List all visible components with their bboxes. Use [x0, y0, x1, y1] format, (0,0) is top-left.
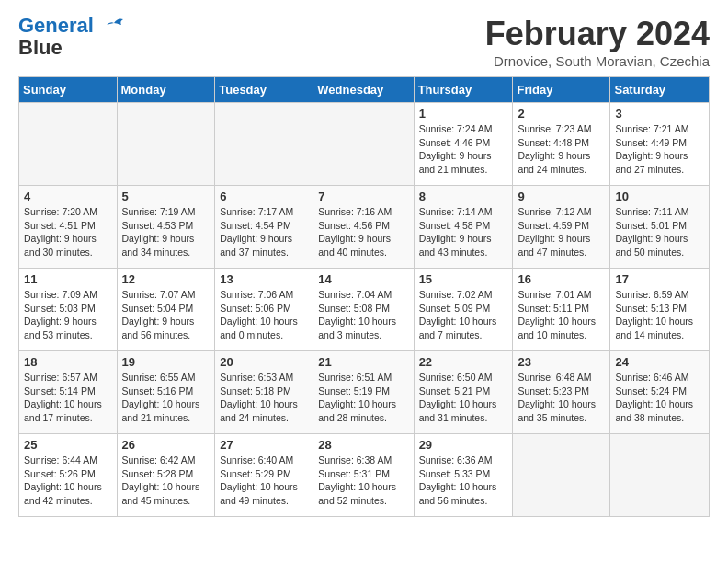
calendar-cell: 28Sunrise: 6:38 AM Sunset: 5:31 PM Dayli…: [313, 434, 414, 517]
calendar-cell: 21Sunrise: 6:51 AM Sunset: 5:19 PM Dayli…: [313, 351, 414, 434]
day-number: 7: [318, 190, 408, 203]
calendar-cell: 24Sunrise: 6:46 AM Sunset: 5:24 PM Dayli…: [610, 351, 710, 434]
logo-blue: Blue: [18, 36, 63, 59]
calendar-cell: 2Sunrise: 7:23 AM Sunset: 4:48 PM Daylig…: [513, 103, 610, 186]
calendar-cell: 10Sunrise: 7:11 AM Sunset: 5:01 PM Dayli…: [610, 186, 710, 269]
calendar-cell: [19, 103, 118, 186]
day-info: Sunrise: 7:07 AM Sunset: 5:04 PM Dayligh…: [122, 288, 210, 342]
day-number: 19: [122, 355, 210, 369]
week-row-5: 25Sunrise: 6:44 AM Sunset: 5:26 PM Dayli…: [19, 434, 710, 517]
day-number: 27: [220, 438, 308, 452]
day-header-monday: Monday: [117, 77, 215, 103]
day-header-tuesday: Tuesday: [215, 77, 313, 103]
day-number: 9: [518, 190, 605, 203]
day-info: Sunrise: 7:01 AM Sunset: 5:11 PM Dayligh…: [518, 288, 605, 342]
day-number: 17: [615, 272, 704, 286]
day-info: Sunrise: 7:14 AM Sunset: 4:58 PM Dayligh…: [419, 205, 508, 259]
location-subtitle: Drnovice, South Moravian, Czechia: [485, 53, 710, 69]
calendar-cell: 29Sunrise: 6:36 AM Sunset: 5:33 PM Dayli…: [414, 434, 513, 517]
calendar-cell: 11Sunrise: 7:09 AM Sunset: 5:03 PM Dayli…: [19, 269, 118, 351]
calendar-table: SundayMondayTuesdayWednesdayThursdayFrid…: [18, 76, 710, 517]
day-info: Sunrise: 7:21 AM Sunset: 4:49 PM Dayligh…: [615, 122, 704, 177]
day-number: 8: [419, 190, 508, 203]
month-title: February 2024: [485, 15, 710, 53]
day-info: Sunrise: 6:46 AM Sunset: 5:24 PM Dayligh…: [615, 371, 704, 425]
day-number: 24: [615, 355, 704, 369]
day-number: 18: [24, 355, 112, 369]
day-header-wednesday: Wednesday: [313, 77, 414, 103]
calendar-cell: 18Sunrise: 6:57 AM Sunset: 5:14 PM Dayli…: [19, 351, 118, 434]
calendar-cell: 12Sunrise: 7:07 AM Sunset: 5:04 PM Dayli…: [117, 269, 215, 351]
day-number: 22: [419, 355, 508, 369]
calendar-cell: [513, 434, 610, 517]
day-number: 11: [24, 272, 112, 286]
day-number: 12: [122, 272, 210, 286]
day-number: 2: [518, 107, 605, 121]
day-number: 4: [24, 190, 112, 203]
day-info: Sunrise: 7:11 AM Sunset: 5:01 PM Dayligh…: [615, 205, 704, 259]
page-header: General Blue February 2024 Drnovice, Sou…: [18, 15, 710, 69]
day-info: Sunrise: 7:12 AM Sunset: 4:59 PM Dayligh…: [518, 205, 605, 259]
day-header-saturday: Saturday: [610, 77, 710, 103]
calendar-cell: 26Sunrise: 6:42 AM Sunset: 5:28 PM Dayli…: [117, 434, 215, 517]
day-number: 3: [615, 107, 704, 121]
calendar-cell: [215, 103, 313, 186]
calendar-cell: 23Sunrise: 6:48 AM Sunset: 5:23 PM Dayli…: [513, 351, 610, 434]
calendar-cell: 20Sunrise: 6:53 AM Sunset: 5:18 PM Dayli…: [215, 351, 313, 434]
calendar-cell: 13Sunrise: 7:06 AM Sunset: 5:06 PM Dayli…: [215, 269, 313, 351]
calendar-cell: 22Sunrise: 6:50 AM Sunset: 5:21 PM Dayli…: [414, 351, 513, 434]
logo-general: General: [18, 14, 94, 37]
calendar-cell: 1Sunrise: 7:24 AM Sunset: 4:46 PM Daylig…: [414, 103, 513, 186]
calendar-cell: 6Sunrise: 7:17 AM Sunset: 4:54 PM Daylig…: [215, 186, 313, 269]
day-header-sunday: Sunday: [19, 77, 118, 103]
calendar-cell: 27Sunrise: 6:40 AM Sunset: 5:29 PM Dayli…: [215, 434, 313, 517]
day-number: 16: [518, 272, 605, 286]
calendar-cell: 4Sunrise: 7:20 AM Sunset: 4:51 PM Daylig…: [19, 186, 118, 269]
day-number: 26: [122, 438, 210, 452]
week-row-1: 1Sunrise: 7:24 AM Sunset: 4:46 PM Daylig…: [19, 103, 710, 186]
day-info: Sunrise: 7:16 AM Sunset: 4:56 PM Dayligh…: [318, 205, 408, 259]
week-row-3: 11Sunrise: 7:09 AM Sunset: 5:03 PM Dayli…: [19, 269, 710, 351]
day-info: Sunrise: 7:19 AM Sunset: 4:53 PM Dayligh…: [122, 205, 210, 259]
calendar-cell: 25Sunrise: 6:44 AM Sunset: 5:26 PM Dayli…: [19, 434, 118, 517]
day-number: 23: [518, 355, 605, 369]
header-row: SundayMondayTuesdayWednesdayThursdayFrid…: [19, 77, 710, 103]
calendar-cell: [313, 103, 414, 186]
day-number: 20: [220, 355, 308, 369]
day-info: Sunrise: 6:40 AM Sunset: 5:29 PM Dayligh…: [220, 454, 308, 508]
logo-bird-icon: [96, 16, 127, 41]
day-number: 15: [419, 272, 508, 286]
calendar-cell: 7Sunrise: 7:16 AM Sunset: 4:56 PM Daylig…: [313, 186, 414, 269]
logo: General Blue: [18, 15, 127, 59]
day-header-thursday: Thursday: [414, 77, 513, 103]
day-info: Sunrise: 7:06 AM Sunset: 5:06 PM Dayligh…: [220, 288, 308, 342]
day-number: 10: [615, 190, 704, 203]
day-info: Sunrise: 7:09 AM Sunset: 5:03 PM Dayligh…: [24, 288, 112, 342]
day-info: Sunrise: 6:50 AM Sunset: 5:21 PM Dayligh…: [419, 371, 508, 425]
day-info: Sunrise: 6:42 AM Sunset: 5:28 PM Dayligh…: [122, 454, 210, 508]
day-info: Sunrise: 7:20 AM Sunset: 4:51 PM Dayligh…: [24, 205, 112, 259]
calendar-cell: 17Sunrise: 6:59 AM Sunset: 5:13 PM Dayli…: [610, 269, 710, 351]
week-row-2: 4Sunrise: 7:20 AM Sunset: 4:51 PM Daylig…: [19, 186, 710, 269]
calendar-cell: 8Sunrise: 7:14 AM Sunset: 4:58 PM Daylig…: [414, 186, 513, 269]
day-info: Sunrise: 6:44 AM Sunset: 5:26 PM Dayligh…: [24, 454, 112, 508]
calendar-cell: 19Sunrise: 6:55 AM Sunset: 5:16 PM Dayli…: [117, 351, 215, 434]
day-number: 13: [220, 272, 308, 286]
day-info: Sunrise: 6:53 AM Sunset: 5:18 PM Dayligh…: [220, 371, 308, 425]
calendar-cell: 15Sunrise: 7:02 AM Sunset: 5:09 PM Dayli…: [414, 269, 513, 351]
day-info: Sunrise: 7:24 AM Sunset: 4:46 PM Dayligh…: [419, 122, 508, 177]
day-number: 21: [318, 355, 408, 369]
day-info: Sunrise: 6:36 AM Sunset: 5:33 PM Dayligh…: [419, 454, 508, 508]
day-number: 6: [220, 190, 308, 203]
logo-text: General Blue: [18, 15, 94, 59]
calendar-cell: 16Sunrise: 7:01 AM Sunset: 5:11 PM Dayli…: [513, 269, 610, 351]
title-area: February 2024 Drnovice, South Moravian, …: [485, 15, 710, 69]
calendar-cell: 5Sunrise: 7:19 AM Sunset: 4:53 PM Daylig…: [117, 186, 215, 269]
day-info: Sunrise: 6:51 AM Sunset: 5:19 PM Dayligh…: [318, 371, 408, 425]
day-info: Sunrise: 6:38 AM Sunset: 5:31 PM Dayligh…: [318, 454, 408, 508]
day-info: Sunrise: 7:02 AM Sunset: 5:09 PM Dayligh…: [419, 288, 508, 342]
day-number: 14: [318, 272, 408, 286]
day-number: 5: [122, 190, 210, 203]
calendar-cell: [117, 103, 215, 186]
day-number: 28: [318, 438, 408, 452]
